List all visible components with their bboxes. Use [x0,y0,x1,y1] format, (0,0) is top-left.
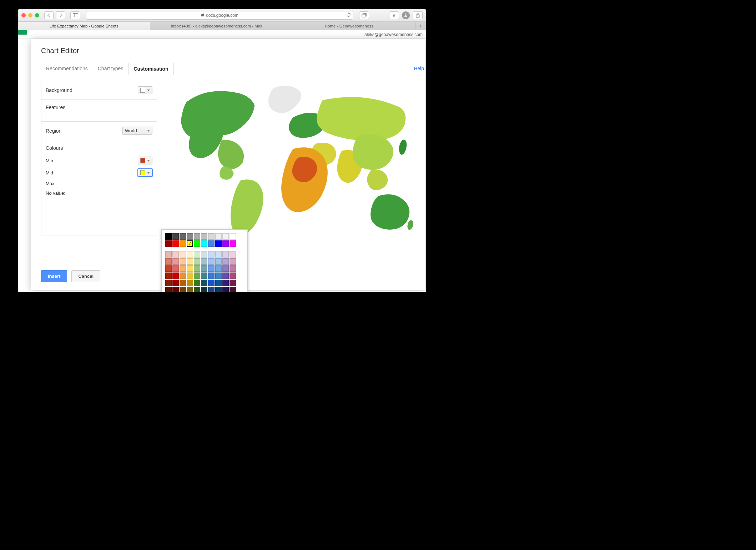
color-swatch[interactable] [180,233,186,240]
color-swatch[interactable] [230,280,236,286]
minimize-window-button[interactable] [28,13,32,17]
color-swatch[interactable] [201,258,207,265]
color-swatch[interactable] [172,240,179,247]
color-swatch[interactable] [201,287,207,292]
insert-button[interactable]: Insert [41,270,67,282]
mid-color-button[interactable] [138,169,152,177]
color-swatch[interactable] [215,287,222,292]
color-swatch[interactable] [201,233,207,240]
color-swatch[interactable] [172,251,179,258]
color-swatch[interactable] [215,280,222,286]
color-swatch[interactable] [201,280,207,286]
color-swatch[interactable] [172,258,179,265]
color-swatch[interactable] [230,273,236,279]
close-window-button[interactable] [21,13,26,17]
color-swatch[interactable] [180,251,186,258]
zoom-window-button[interactable] [35,13,39,17]
color-swatch[interactable] [194,287,200,292]
color-swatch[interactable] [194,258,200,265]
color-swatch[interactable] [180,258,186,265]
color-swatch[interactable] [194,273,200,279]
color-swatch[interactable] [208,240,215,247]
color-swatch[interactable] [208,273,215,279]
color-swatch[interactable] [215,273,222,279]
tab-chart-types[interactable]: Chart types [93,63,128,75]
new-tab-button[interactable]: ＋ [415,22,426,30]
color-swatch[interactable] [165,233,172,240]
color-swatch[interactable] [215,258,222,265]
color-swatch[interactable] [222,233,229,240]
top-sites-button[interactable] [389,11,399,19]
tab-customisation[interactable]: Customisation [128,63,173,75]
color-swatch[interactable] [180,265,186,272]
color-swatch[interactable] [187,233,193,240]
color-swatch[interactable] [187,240,193,247]
cancel-button[interactable]: Cancel [71,270,100,282]
browser-tab-2[interactable]: Home - Geoawesomeness [283,22,415,30]
back-button[interactable] [44,11,54,19]
min-color-button[interactable] [138,157,152,164]
color-swatch[interactable] [201,240,207,247]
downloads-button[interactable] [402,11,410,19]
color-swatch[interactable] [201,273,207,279]
color-swatch[interactable] [208,251,215,258]
color-swatch[interactable] [230,258,236,265]
color-swatch[interactable] [201,265,207,272]
color-swatch[interactable] [194,265,200,272]
color-swatch[interactable] [180,273,186,279]
color-swatch[interactable] [187,258,193,265]
sidebar-toggle-button[interactable] [70,11,80,19]
browser-tab-1[interactable]: Inbox (408) - aleks@geoawesomeness.com -… [150,22,283,30]
color-swatch[interactable] [222,265,229,272]
color-swatch[interactable] [165,240,172,247]
tabs-overview-button[interactable] [359,11,369,19]
color-swatch[interactable] [201,251,207,258]
color-swatch[interactable] [172,287,179,292]
color-swatch[interactable] [215,240,222,247]
color-swatch[interactable] [208,258,215,265]
color-swatch[interactable] [180,240,186,247]
color-swatch[interactable] [208,233,215,240]
color-swatch[interactable] [172,233,179,240]
color-swatch[interactable] [180,280,186,286]
color-swatch[interactable] [187,280,193,286]
color-swatch[interactable] [194,280,200,286]
color-swatch[interactable] [222,240,229,247]
color-swatch[interactable] [194,240,200,247]
color-swatch[interactable] [222,280,229,286]
color-swatch[interactable] [215,251,222,258]
color-swatch[interactable] [230,265,236,272]
color-swatch[interactable] [165,251,172,258]
color-swatch[interactable] [187,265,193,272]
color-swatch[interactable] [208,265,215,272]
color-swatch[interactable] [215,265,222,272]
color-swatch[interactable] [165,280,172,286]
color-swatch[interactable] [222,287,229,292]
share-button[interactable] [413,11,423,19]
color-swatch[interactable] [180,287,186,292]
color-swatch[interactable] [165,273,172,279]
color-swatch[interactable] [165,265,172,272]
color-swatch[interactable] [194,251,200,258]
color-swatch[interactable] [215,233,222,240]
color-swatch[interactable] [230,287,236,292]
address-bar[interactable]: docs.google.com [86,11,353,20]
forward-button[interactable] [56,11,65,19]
color-swatch[interactable] [230,233,236,240]
region-select[interactable]: World [122,127,152,135]
browser-tab-0[interactable]: Life Expectancy Map - Google Sheets [18,22,150,30]
color-swatch[interactable] [165,258,172,265]
color-swatch[interactable] [194,233,200,240]
color-swatch[interactable] [222,273,229,279]
color-swatch[interactable] [165,287,172,292]
color-swatch[interactable] [230,240,236,247]
color-swatch[interactable] [187,273,193,279]
color-swatch[interactable] [222,258,229,265]
help-link[interactable]: Help [414,63,425,75]
color-swatch[interactable] [172,273,179,279]
color-swatch[interactable] [172,265,179,272]
color-swatch[interactable] [187,287,193,292]
background-color-button[interactable] [138,86,152,94]
tab-recommendations[interactable]: Recommendations [41,63,93,75]
color-swatch[interactable] [187,251,193,258]
